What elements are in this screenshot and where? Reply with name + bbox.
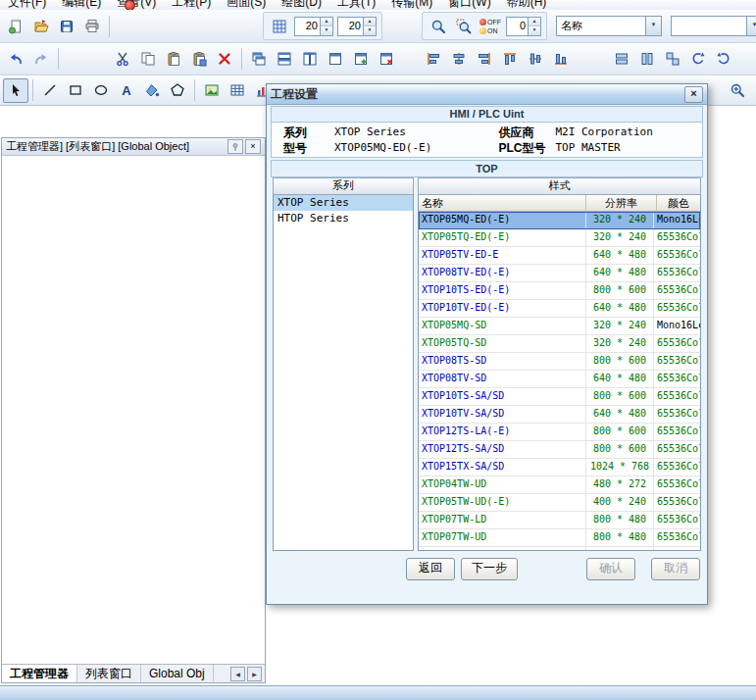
- secondary-combo[interactable]: ▼: [671, 16, 756, 36]
- zoom-in-button[interactable]: [725, 78, 750, 103]
- menu-item[interactable]: 窗口(W): [440, 0, 498, 10]
- series-list-item[interactable]: HTOP Series: [274, 211, 413, 226]
- table-tool-button[interactable]: [225, 78, 250, 103]
- same-size-button[interactable]: [660, 47, 685, 72]
- grid-height-spinner[interactable]: 20 ▲▼: [337, 17, 377, 36]
- rotate-right-button[interactable]: [711, 47, 736, 72]
- panel-title-bar[interactable]: 工程管理器] [列表窗口] [Global Object] ×: [2, 138, 265, 156]
- style-table-row[interactable]: XTOP05MQ-SD320 * 240Mono16Level: [419, 318, 700, 335]
- panel-tab[interactable]: 列表窗口: [77, 665, 141, 682]
- panel-tab[interactable]: Global Obj: [141, 665, 214, 682]
- image-tool-button[interactable]: [199, 78, 225, 103]
- delete-button[interactable]: [212, 47, 237, 72]
- align-right-button[interactable]: [472, 47, 497, 72]
- rotate-left-button[interactable]: [685, 47, 711, 72]
- pin-button[interactable]: [227, 139, 243, 154]
- menu-item[interactable]: 查看(V): [109, 0, 164, 10]
- window-button[interactable]: [323, 47, 348, 72]
- undo-button[interactable]: [3, 47, 28, 72]
- align-top-button[interactable]: [497, 47, 523, 72]
- object-name-combo[interactable]: 名称 ▼: [556, 16, 662, 36]
- same-width-button[interactable]: [609, 47, 634, 72]
- style-table-row[interactable]: XTOP10TW-UD(-E)800 * 48065536Color: [419, 547, 700, 550]
- style-table-row[interactable]: XTOP15TX-SA/SD1024 * 76865536Color: [419, 459, 700, 476]
- align-middle-button[interactable]: [523, 47, 548, 72]
- menu-item[interactable]: 工程(P): [164, 0, 219, 10]
- tab-scroll-left-icon[interactable]: ◀: [230, 667, 245, 681]
- spin-down-icon[interactable]: ▼: [364, 26, 376, 35]
- print-button[interactable]: [79, 14, 105, 38]
- select-tool-button[interactable]: [3, 78, 28, 103]
- dialog-titlebar[interactable]: 工程设置 ×: [267, 84, 707, 105]
- cut-button[interactable]: [110, 47, 135, 72]
- save-button[interactable]: [54, 14, 79, 38]
- style-table-row[interactable]: XTOP08TV-SD640 * 48065536Color: [419, 371, 700, 388]
- cascade-windows-button[interactable]: [246, 47, 272, 72]
- series-list-item[interactable]: XTOP Series: [274, 195, 413, 211]
- column-header-color[interactable]: 颜色: [657, 195, 700, 212]
- style-table-row[interactable]: XTOP10TV-SA/SD640 * 48065536Color: [419, 406, 700, 424]
- chevron-down-icon[interactable]: ▼: [645, 17, 661, 35]
- style-table-row[interactable]: XTOP10TS-ED(-E)800 * 60065536Color: [419, 282, 700, 300]
- menu-item[interactable]: 编辑(E): [54, 0, 109, 10]
- menu-item[interactable]: 绘图(D): [274, 0, 329, 10]
- style-table-row[interactable]: XTOP08TS-SD800 * 60065536Color: [419, 353, 700, 371]
- spin-down-icon[interactable]: ▼: [529, 26, 540, 35]
- zoom-view-button[interactable]: [426, 14, 451, 38]
- tile-vertical-button[interactable]: [297, 47, 323, 72]
- panel-tab[interactable]: 工程管理器: [2, 665, 77, 682]
- fill-tool-button[interactable]: [139, 78, 165, 103]
- back-button[interactable]: 返回: [406, 558, 455, 580]
- spin-down-icon[interactable]: ▼: [321, 26, 332, 35]
- ok-button[interactable]: 确认: [586, 558, 635, 580]
- close-window-button[interactable]: [374, 47, 399, 72]
- style-table-row[interactable]: XTOP05MQ-ED(-E)320 * 240Mono16Level: [419, 212, 700, 229]
- panel-body[interactable]: [2, 156, 265, 664]
- ellipse-tool-button[interactable]: [88, 78, 114, 103]
- new-project-button[interactable]: [3, 14, 28, 38]
- style-table-row[interactable]: XTOP05TW-UD(-E)400 * 24065536Color: [419, 494, 700, 512]
- column-header-resolution[interactable]: 分辨率: [586, 195, 657, 212]
- style-table-row[interactable]: XTOP05TQ-ED(-E)320 * 24065536Color: [419, 229, 700, 247]
- rect-tool-button[interactable]: [63, 78, 88, 103]
- new-window-button[interactable]: [348, 47, 374, 72]
- style-table-row[interactable]: XTOP10TV-ED(-E)640 * 48065536Color: [419, 300, 700, 318]
- column-header-name[interactable]: 名称: [419, 195, 586, 212]
- menu-item[interactable]: 帮助(H): [499, 0, 555, 10]
- grid-width-spinner[interactable]: 20 ▲▼: [294, 17, 333, 36]
- dialog-close-button[interactable]: ×: [684, 86, 703, 103]
- style-table-row[interactable]: XTOP08TV-ED(-E)640 * 48065536Color: [419, 265, 700, 282]
- menu-item[interactable]: 画面(S): [219, 0, 274, 10]
- style-table-row[interactable]: XTOP12TS-LA(-E)800 * 60065536Color: [419, 424, 700, 441]
- copy-button[interactable]: [135, 47, 161, 72]
- cancel-button[interactable]: 取消: [651, 558, 700, 580]
- grid-settings-button[interactable]: [267, 14, 292, 38]
- menu-item[interactable]: 文件(F): [0, 0, 54, 10]
- paste-button[interactable]: [161, 47, 186, 72]
- open-project-button[interactable]: [28, 14, 54, 38]
- style-table-row[interactable]: XTOP04TW-UD480 * 27265536Color: [419, 476, 700, 494]
- style-table-row[interactable]: XTOP10TS-SA/SD800 * 60065536Color: [419, 388, 700, 406]
- menu-item[interactable]: 工具(T): [329, 0, 383, 10]
- align-bottom-button[interactable]: [548, 47, 574, 72]
- style-table-row[interactable]: XTOP07TW-LD800 * 48065536Color: [419, 512, 700, 529]
- redo-button[interactable]: [28, 47, 54, 72]
- style-table-row[interactable]: XTOP12TS-SA/SD800 * 60065536Color: [419, 441, 700, 459]
- text-tool-button[interactable]: A: [114, 78, 139, 103]
- state-indicator[interactable]: OFF ON: [479, 18, 501, 35]
- line-tool-button[interactable]: [37, 78, 63, 103]
- spin-up-icon[interactable]: ▲: [321, 18, 332, 27]
- paste-special-button[interactable]: [186, 47, 212, 72]
- style-table-row[interactable]: XTOP05TV-ED-E640 * 48065536Color: [419, 247, 700, 265]
- style-table-row[interactable]: XTOP07TW-UD800 * 48065536Color: [419, 529, 700, 547]
- series-list[interactable]: XTOP SeriesHTOP Series: [273, 195, 414, 551]
- chevron-down-icon[interactable]: ▼: [746, 17, 756, 35]
- spin-up-icon[interactable]: ▲: [529, 18, 540, 27]
- zoom-area-button[interactable]: [451, 14, 477, 38]
- tab-scroll-right-icon[interactable]: ▶: [247, 667, 262, 681]
- menu-item[interactable]: 传输(M): [383, 0, 440, 10]
- state-spinner[interactable]: 0 ▲▼: [506, 17, 541, 36]
- tile-horizontal-button[interactable]: [272, 47, 297, 72]
- align-center-button[interactable]: [446, 47, 472, 72]
- polygon-tool-button[interactable]: [165, 78, 190, 103]
